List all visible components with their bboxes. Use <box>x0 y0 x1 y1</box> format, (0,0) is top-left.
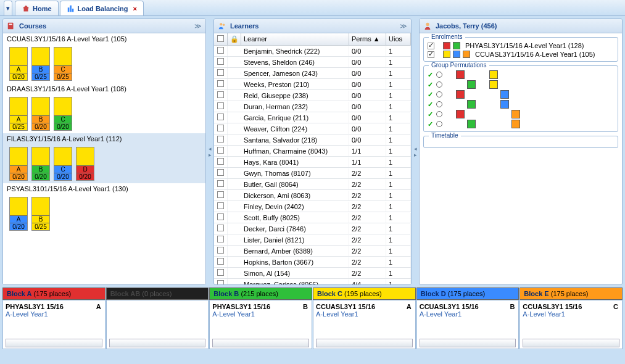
enrolment-checkbox[interactable]: ✓ <box>428 51 434 58</box>
row-checkbox[interactable] <box>214 268 228 278</box>
permutation-radio[interactable] <box>436 121 442 127</box>
learner-row[interactable]: Weeks, Preston (210)0/01 <box>214 79 411 90</box>
block-cell[interactable]: CCUASL3Y1 15/16A-Level Year1B <box>416 300 519 349</box>
row-checkbox[interactable] <box>214 46 228 56</box>
learner-row[interactable]: Marquez, Carissa (8066)4/41 <box>214 279 411 284</box>
block-dropdown[interactable] <box>6 339 102 347</box>
course-group[interactable]: CCUASL3Y1/15/16 A-Level Year1 (105)A0/20… <box>3 33 205 83</box>
learner-row[interactable]: Stevens, Sheldon (246)0/01 <box>214 57 411 68</box>
tab-home[interactable]: Home <box>15 1 59 15</box>
course-group[interactable]: DRAASL3Y1/15/16 A-Level Year1 (108)A0/25… <box>3 83 205 133</box>
permutation-radio[interactable] <box>436 111 442 117</box>
capacity-bar[interactable]: C0/20 <box>54 147 72 181</box>
row-checkbox[interactable] <box>214 179 228 189</box>
capacity-bar[interactable]: A0/20 <box>9 147 28 181</box>
capacity-bar[interactable]: B0/20 <box>31 97 50 131</box>
block-header[interactable]: Block AB (0 places) <box>106 287 209 300</box>
capacity-bar[interactable]: A0/20 <box>9 47 28 81</box>
splitter[interactable]: ◂▸ <box>413 19 418 285</box>
column-lock[interactable]: 🔒 <box>228 33 241 45</box>
learner-row[interactable]: Weaver, Clifton (224)0/01 <box>214 123 411 134</box>
learner-row[interactable]: Huffman, Charmaine (8043)1/11 <box>214 146 411 157</box>
row-checkbox[interactable] <box>214 134 228 145</box>
permutation-row[interactable]: ✓ <box>426 99 615 109</box>
enrolment-checkbox[interactable]: ✓ <box>428 43 434 49</box>
row-checkbox[interactable] <box>214 190 228 201</box>
learner-row[interactable]: Garcia, Enrique (211)0/01 <box>214 112 411 123</box>
block-header[interactable]: Block E (175 places) <box>519 287 623 300</box>
column-perms[interactable]: Perms ▲ <box>349 33 386 45</box>
tab-load-balancing[interactable]: Load Balancing × <box>60 1 144 15</box>
block-header[interactable]: Block B (215 places) <box>209 287 312 300</box>
permutation-row[interactable]: ✓ <box>426 80 615 89</box>
permutation-radio[interactable] <box>436 81 442 88</box>
block-dropdown[interactable] <box>316 339 413 347</box>
block-cell[interactable]: CCUASL3Y1 15/16A-Level Year1A <box>313 300 416 349</box>
enrolment-row[interactable]: ✓CCUASL3Y1/15/16 A-Level Year1 (105) <box>426 50 615 59</box>
row-checkbox[interactable] <box>214 201 228 212</box>
capacity-bar[interactable]: C0/25 <box>54 47 72 81</box>
row-checkbox[interactable] <box>214 101 228 112</box>
course-group[interactable]: PSYASL3101/15/16 A-Level Year1 (130)A0/2… <box>3 183 205 233</box>
capacity-bar[interactable]: C0/20 <box>54 97 72 131</box>
block-dropdown[interactable] <box>109 339 206 347</box>
learner-row[interactable]: Benjamin, Shedrick (222)0/01 <box>214 46 411 57</box>
permutation-radio[interactable] <box>436 101 442 107</box>
block-cell[interactable]: CCUASL3Y1 15/16A-Level Year1C <box>519 300 623 349</box>
row-checkbox[interactable] <box>214 57 228 67</box>
learner-row[interactable]: Reid, Giuseppe (238)0/01 <box>214 90 411 101</box>
capacity-bar[interactable]: A0/20 <box>9 197 28 231</box>
row-checkbox[interactable] <box>214 123 228 134</box>
column-learner[interactable]: Learner <box>241 33 349 45</box>
row-checkbox[interactable] <box>214 279 228 284</box>
close-icon[interactable]: × <box>133 5 136 12</box>
row-checkbox[interactable] <box>214 168 228 178</box>
row-checkbox[interactable] <box>214 234 228 245</box>
learner-row[interactable]: Scott, Buffy (8025)2/21 <box>214 212 411 223</box>
course-group[interactable]: FILASL3Y1/15/16 A-Level Year1 (112)A0/20… <box>3 133 205 183</box>
block-header[interactable]: Block C (195 places) <box>313 287 416 300</box>
row-checkbox[interactable] <box>214 90 228 101</box>
learner-row[interactable]: Lister, Daniel (8121)2/21 <box>214 234 411 246</box>
splitter[interactable]: ◂▸ <box>207 19 212 285</box>
row-checkbox[interactable] <box>214 257 228 267</box>
chevron-down-icon[interactable]: ≫ <box>194 22 202 30</box>
learner-row[interactable]: Decker, Darci (7846)2/21 <box>214 223 411 234</box>
row-checkbox[interactable] <box>214 112 228 123</box>
block-dropdown[interactable] <box>523 339 619 347</box>
column-checkbox[interactable] <box>214 33 228 45</box>
learner-row[interactable]: Spencer, Jameson (243)0/01 <box>214 68 411 79</box>
permutation-row[interactable]: ✓ <box>426 109 615 119</box>
row-checkbox[interactable] <box>214 223 228 234</box>
block-cell[interactable]: PHYASL3Y1 15/16A-Level Year1B <box>209 300 312 349</box>
column-uios[interactable]: Uios <box>386 33 411 45</box>
capacity-bar[interactable]: B0/25 <box>31 47 50 81</box>
capacity-bar[interactable]: A0/25 <box>9 97 28 131</box>
tab-menu-dropdown[interactable]: ▾ <box>4 1 12 15</box>
block-header[interactable]: Block A (175 places) <box>2 287 106 300</box>
permutation-row[interactable]: ✓ <box>426 119 615 129</box>
learner-row[interactable]: Butler, Gail (8064)2/21 <box>214 179 411 190</box>
courses-list[interactable]: CCUASL3Y1/15/16 A-Level Year1 (105)A0/20… <box>3 33 205 284</box>
row-checkbox[interactable] <box>214 157 228 167</box>
row-checkbox[interactable] <box>214 246 228 256</box>
learner-row[interactable]: Bernard, Amber (6389)2/21 <box>214 246 411 257</box>
block-cell[interactable]: PHYASL3Y1 15/16A-Level Year1A <box>2 300 106 349</box>
row-checkbox[interactable] <box>214 68 228 78</box>
capacity-bar[interactable]: B0/25 <box>31 197 50 231</box>
learner-row[interactable]: Simon, Al (154)2/21 <box>214 268 411 279</box>
chevron-down-icon[interactable]: ≫ <box>400 22 407 30</box>
permutation-row[interactable]: ✓ <box>426 89 615 99</box>
block-dropdown[interactable] <box>420 339 516 347</box>
learner-row[interactable]: Duran, Herman (232)0/01 <box>214 101 411 112</box>
learner-row[interactable]: Hopkins, Barton (3667)2/21 <box>214 257 411 268</box>
learner-row[interactable]: Hays, Kara (8041)1/11 <box>214 157 411 168</box>
block-cell[interactable] <box>106 300 209 349</box>
permutation-row[interactable]: ✓ <box>426 70 615 80</box>
learner-row[interactable]: Santana, Salvador (218)0/01 <box>214 134 411 146</box>
learner-row[interactable]: Finley, Devin (2402)2/21 <box>214 201 411 212</box>
block-header[interactable]: Block D (175 places) <box>416 287 519 300</box>
learner-row[interactable]: Gwyn, Thomas (8107)2/21 <box>214 168 411 179</box>
row-checkbox[interactable] <box>214 212 228 223</box>
enrolment-row[interactable]: ✓PHYASL3Y1/15/16 A-Level Year1 (128) <box>426 41 615 50</box>
